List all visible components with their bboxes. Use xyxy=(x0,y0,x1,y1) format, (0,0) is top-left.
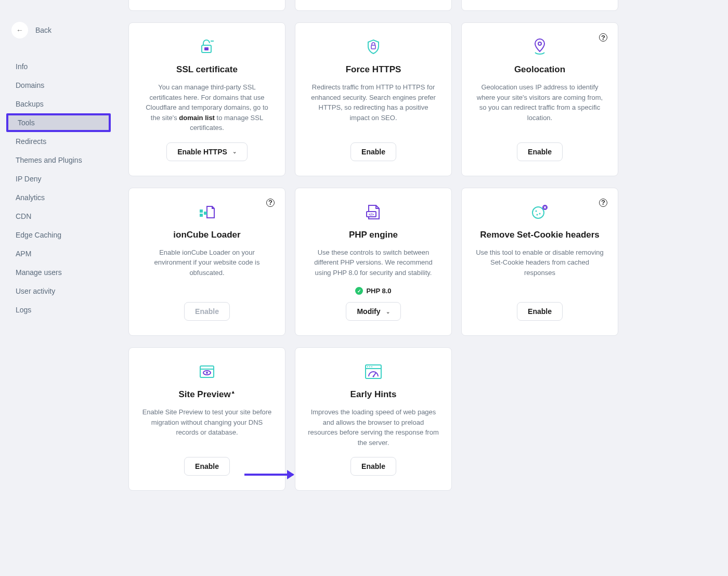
card-partial-3: Enable xyxy=(461,0,618,11)
svg-rect-7 xyxy=(204,212,207,215)
card-title: ionCube Loader xyxy=(173,230,240,240)
card-title: SSL certificate xyxy=(176,64,238,75)
svg-point-25 xyxy=(371,366,372,368)
svg-point-24 xyxy=(369,366,370,368)
enable-button[interactable]: Enable xyxy=(350,142,396,161)
back-button[interactable]: ← Back xyxy=(0,22,51,38)
card-desc: Improves the loading speed of web pages … xyxy=(308,407,439,448)
svg-rect-5 xyxy=(200,210,203,213)
sidebar-nav: Info Domains Backups Tools Redirects The… xyxy=(0,57,117,319)
card-desc: You can manage third-party SSL certifica… xyxy=(141,82,272,133)
card-title: Geolocation xyxy=(514,64,565,75)
svg-point-11 xyxy=(536,210,537,212)
sidebar-item-redirects[interactable]: Redirects xyxy=(0,132,117,151)
arrow-left-icon: ← xyxy=(11,22,28,38)
svg-point-12 xyxy=(539,213,541,214)
svg-point-23 xyxy=(367,366,368,368)
card-title: Site Preview▲ xyxy=(178,389,235,400)
sidebar-item-backups[interactable]: Backups xyxy=(0,95,117,113)
chevron-down-icon: ⌄ xyxy=(386,309,390,315)
sidebar-item-info[interactable]: Info xyxy=(0,57,117,76)
card-monitoring: your website. Use with care as it impact… xyxy=(295,0,452,11)
sidebar: ← Back Info Domains Backups Tools Redire… xyxy=(0,0,117,576)
card-geolocation: ? Geolocation Geolocation uses IP addres… xyxy=(461,22,618,176)
check-icon: ✓ xyxy=(355,287,363,295)
svg-point-13 xyxy=(537,214,538,215)
svg-rect-6 xyxy=(200,214,203,217)
back-label: Back xyxy=(35,26,51,34)
card-cookie: ? Remove Set-Cookie headers Use this too… xyxy=(461,188,618,336)
sidebar-item-cdn[interactable]: CDN xyxy=(0,207,117,226)
cookie-icon xyxy=(529,202,550,222)
card-title: PHP engine xyxy=(349,230,398,240)
svg-point-27 xyxy=(373,376,374,377)
card-desc: Use these controls to switch between dif… xyxy=(308,247,439,278)
modify-button[interactable]: Modify ⌄ xyxy=(346,302,400,321)
card-desc: Enable Site Preview to test your site be… xyxy=(141,407,272,438)
sidebar-item-tools[interactable]: Tools xyxy=(6,113,111,132)
chevron-down-icon: ⌄ xyxy=(232,149,237,154)
card-title: Remove Set-Cookie headers xyxy=(480,230,600,240)
card-ssl: SSL certificate You can manage third-par… xyxy=(128,22,285,176)
card-desc: Use this tool to enable or disable remov… xyxy=(474,247,605,278)
svg-point-10 xyxy=(532,207,544,218)
sidebar-item-analytics[interactable]: Analytics xyxy=(0,188,117,207)
sidebar-item-ip-deny[interactable]: IP Deny xyxy=(0,169,117,188)
shield-lock-icon xyxy=(363,36,384,57)
main-content: pain. Search and replace your website. U… xyxy=(117,0,728,576)
sidebar-item-manage-users[interactable]: Manage users xyxy=(0,263,117,282)
arrow-annotation-icon xyxy=(244,474,293,476)
enable-https-button[interactable]: Enable HTTPS ⌄ xyxy=(166,142,248,161)
svg-point-20 xyxy=(206,372,208,374)
sidebar-item-logs[interactable]: Logs xyxy=(0,300,117,319)
card-title: Force HTTPS xyxy=(346,64,401,75)
enable-button[interactable]: Enable xyxy=(517,142,563,161)
card-desc: Enable ionCube Loader on your environmen… xyxy=(141,247,272,278)
sidebar-item-apm[interactable]: APM xyxy=(0,244,117,263)
card-force-https: Force HTTPS Redirects traffic from HTTP … xyxy=(295,22,452,176)
location-pin-icon xyxy=(529,36,550,57)
enable-button: Enable xyxy=(184,302,230,321)
card-desc: Geolocation uses IP address to identify … xyxy=(474,82,605,123)
svg-rect-3 xyxy=(371,45,375,49)
lock-icon xyxy=(197,36,217,57)
help-icon[interactable]: ? xyxy=(266,199,275,207)
tools-grid: pain. Search and replace your website. U… xyxy=(128,0,728,491)
cube-file-icon xyxy=(197,202,217,222)
card-site-preview: Site Preview▲ Enable Site Preview to tes… xyxy=(128,347,285,491)
sidebar-item-domains[interactable]: Domains xyxy=(0,76,117,95)
enable-button[interactable]: Enable xyxy=(184,457,230,476)
svg-rect-1 xyxy=(204,47,209,50)
card-ioncube: ? ionCube Loader Enable ionCube Loader o… xyxy=(128,188,285,336)
enable-button[interactable]: Enable xyxy=(517,302,563,321)
card-early-hints: Early Hints Improves the loading speed o… xyxy=(295,347,452,491)
superscript-icon: ▲ xyxy=(231,389,236,395)
enable-button[interactable]: Enable xyxy=(350,457,396,476)
card-desc: Redirects traffic from HTTP to HTTPS for… xyxy=(308,82,439,123)
eye-browser-icon xyxy=(197,361,217,382)
help-icon[interactable]: ? xyxy=(599,33,607,42)
sidebar-item-themes-plugins[interactable]: Themes and Plugins xyxy=(0,151,117,169)
svg-text:</>: </> xyxy=(369,213,374,216)
code-file-icon: </> xyxy=(363,202,384,222)
svg-point-4 xyxy=(538,42,541,45)
card-search-replace: pain. Search and replace xyxy=(128,0,285,11)
sidebar-item-edge-caching[interactable]: Edge Caching xyxy=(0,226,117,244)
card-php: </> PHP engine Use these controls to swi… xyxy=(295,188,452,336)
card-title: Early Hints xyxy=(350,389,397,400)
domain-list-link[interactable]: domain list xyxy=(179,114,215,122)
php-status: ✓ PHP 8.0 xyxy=(355,287,391,295)
sidebar-item-user-activity[interactable]: User activity xyxy=(0,282,117,300)
help-icon[interactable]: ? xyxy=(599,199,607,207)
speedometer-browser-icon xyxy=(363,361,384,382)
